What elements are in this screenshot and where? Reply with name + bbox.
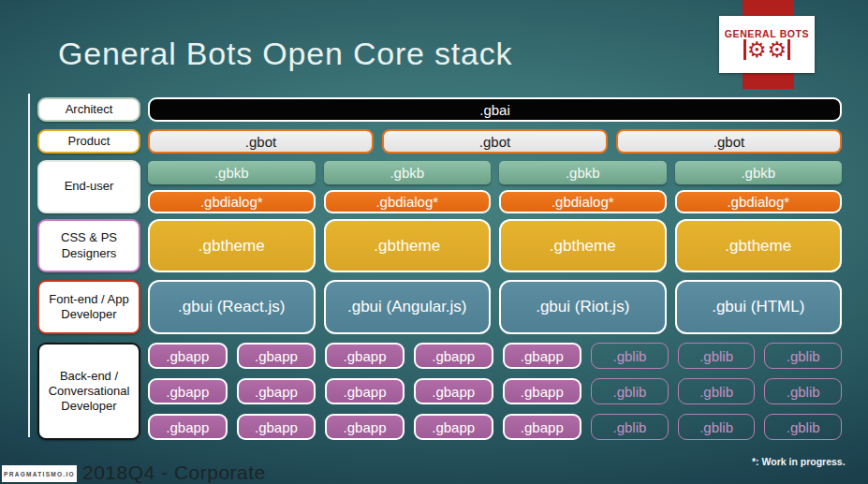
- gbapp-box: .gbapp: [325, 414, 405, 440]
- row-label-product: Product: [37, 129, 140, 154]
- gbdialog-box: .gbdialog*: [148, 190, 316, 213]
- row-label-text: Back-end / Conversational Developer: [45, 369, 133, 415]
- gblib-box: .gblib: [678, 414, 756, 440]
- row-gbot: .gbot .gbot .gbot: [148, 129, 842, 154]
- gbtheme-box: .gbtheme: [324, 219, 492, 272]
- gear-icon: ⚙: [768, 38, 787, 61]
- gblib-box: .gblib: [591, 343, 669, 369]
- row-gbapp-3: .gbapp .gbapp .gbapp .gbapp .gbapp .gbli…: [148, 414, 842, 440]
- pragmatismo-badge: PRAGMATISMO.IO: [2, 465, 77, 482]
- row-label-text: CSS & PS Designers: [45, 230, 133, 261]
- row-label-end-user: End-user: [37, 160, 140, 213]
- gbdialog-box: .gbdialog*: [324, 190, 492, 213]
- logo-gears: ⚙ ⚙: [743, 38, 790, 61]
- gbkb-box: .gbkb: [324, 161, 492, 184]
- gbot-box: .gbot: [616, 129, 842, 154]
- gbapp-box: .gbapp: [237, 343, 316, 369]
- row-label-architect: Architect: [37, 97, 140, 122]
- work-in-progress-footnote: *: Work in progress.: [752, 456, 846, 467]
- gbui-angular-box: .gbui (Angular.js): [324, 280, 492, 334]
- page-title: General Bots Open Core stack: [58, 36, 512, 72]
- gear-axle-left: [743, 39, 746, 60]
- row-gbapp-1: .gbapp .gbapp .gbapp .gbapp .gbapp .gbli…: [148, 343, 842, 369]
- gblib-box: .gblib: [764, 343, 842, 369]
- row-label-backend-conversational-developer: Back-end / Conversational Developer: [37, 343, 140, 440]
- row-label-text: Font-end / App Developer: [45, 292, 133, 323]
- gear-icon: ⚙: [747, 38, 767, 61]
- gbdialog-box: .gbdialog*: [499, 190, 667, 213]
- gbapp-box: .gbapp: [148, 378, 228, 404]
- gbdialog-box: .gbdialog*: [675, 190, 843, 213]
- row-label-text: Product: [68, 134, 110, 149]
- gbapp-box: .gbapp: [503, 343, 582, 369]
- gblib-box: .gblib: [764, 414, 842, 440]
- gbapp-box: .gbapp: [414, 378, 493, 404]
- gbapp-box: .gbapp: [414, 343, 493, 369]
- gbapp-box: .gbapp: [237, 378, 316, 404]
- gbot-box: .gbot: [382, 129, 608, 154]
- row-label-frontend-app-developer: Font-end / App Developer: [37, 280, 140, 334]
- gbapp-box: .gbapp: [237, 414, 316, 440]
- gbapp-box: .gbapp: [148, 343, 228, 369]
- gbui-html-box: .gbui (HTML): [675, 280, 843, 334]
- gbapp-box: .gbapp: [503, 414, 582, 440]
- row-gbapp-2: .gbapp .gbapp .gbapp .gbapp .gbapp .gbli…: [148, 378, 842, 404]
- row-gbui: .gbui (React.js) .gbui (Angular.js) .gbu…: [148, 280, 842, 334]
- gbai-box: .gbai: [148, 97, 842, 122]
- general-bots-logo: GENERAL BOTS ⚙ ⚙: [719, 16, 815, 73]
- gbkb-box: .gbkb: [148, 161, 316, 184]
- slide: General Bots Open Core stack GENERAL BOT…: [0, 0, 868, 484]
- gbtheme-box: .gbtheme: [148, 219, 316, 272]
- gblib-box: .gblib: [678, 343, 756, 369]
- row-label-css-ps-designers: CSS & PS Designers: [37, 219, 140, 272]
- gbtheme-box: .gbtheme: [675, 219, 843, 272]
- gbapp-box: .gbapp: [325, 343, 405, 369]
- row-gbkb: .gbkb .gbkb .gbkb .gbkb: [148, 161, 842, 184]
- gbapp-box: .gbapp: [148, 414, 228, 440]
- gbui-riot-box: .gbui (Riot.js): [499, 280, 667, 334]
- gbkb-box: .gbkb: [675, 161, 843, 184]
- gbot-box: .gbot: [148, 129, 374, 154]
- gblib-box: .gblib: [764, 378, 842, 404]
- row-gbai: .gbai: [148, 97, 842, 122]
- row-gbtheme: .gbtheme .gbtheme .gbtheme .gbtheme: [148, 219, 842, 272]
- gbapp-box: .gbapp: [503, 378, 582, 404]
- footer-caption: 2018Q4 - Corporate: [82, 462, 266, 484]
- row-label-text: End-user: [65, 179, 114, 194]
- gblib-box: .gblib: [678, 378, 756, 404]
- gbui-react-box: .gbui (React.js): [148, 280, 316, 334]
- gbapp-box: .gbapp: [325, 378, 405, 404]
- row-label-text: Architect: [66, 102, 113, 117]
- gblib-box: .gblib: [591, 414, 669, 440]
- gbapp-box: .gbapp: [414, 414, 493, 440]
- left-divider: [28, 94, 30, 437]
- gear-axle-right: [787, 39, 790, 60]
- gbtheme-box: .gbtheme: [499, 219, 667, 272]
- gbkb-box: .gbkb: [499, 161, 667, 184]
- gblib-box: .gblib: [591, 378, 669, 404]
- row-gbdialog: .gbdialog* .gbdialog* .gbdialog* .gbdial…: [148, 190, 842, 213]
